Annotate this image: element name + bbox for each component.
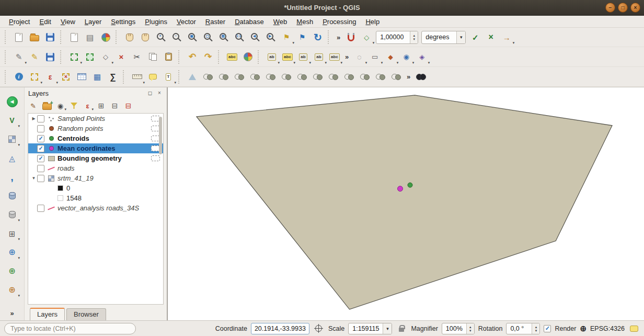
- add-ring-button[interactable]: [326, 69, 341, 85]
- identify-features-button[interactable]: i: [11, 69, 27, 85]
- menu-raster[interactable]: Raster: [201, 17, 230, 27]
- extent-toggle-button[interactable]: [313, 323, 325, 334]
- binoculars-button[interactable]: [413, 69, 429, 85]
- svg-annotation-button[interactable]: ◈▾: [414, 49, 430, 65]
- expand-all-button[interactable]: ⊞: [95, 100, 107, 111]
- zoom-out-button[interactable]: −: [169, 29, 185, 45]
- merge-attributes-button[interactable]: [279, 69, 294, 85]
- change-label-properties-button[interactable]: abc▾: [327, 49, 342, 65]
- callout-tool-button[interactable]: ◌▾: [351, 49, 367, 65]
- layer-row-bounding-geometry[interactable]: ✓Bounding geometry: [28, 153, 163, 163]
- menu-layer[interactable]: Layer: [80, 17, 107, 27]
- layer-visibility-checkbox[interactable]: ✓: [37, 165, 44, 172]
- add-group-button[interactable]: [41, 100, 53, 111]
- redo-button[interactable]: ↷: [200, 49, 216, 65]
- layer-row-srtm-41-19[interactable]: ▼✓srtm_41_19: [28, 173, 163, 183]
- locate-input[interactable]: [4, 323, 136, 334]
- deselect-features-button[interactable]: [58, 69, 74, 85]
- menu-project[interactable]: Project: [4, 17, 34, 27]
- snapping-toggle-button[interactable]: [343, 29, 359, 45]
- tab-browser[interactable]: Browser: [66, 308, 106, 320]
- split-parts-button[interactable]: [263, 69, 279, 85]
- maximize-button[interactable]: □: [618, 3, 628, 13]
- menu-plugins[interactable]: Plugins: [140, 17, 172, 27]
- toolbar-grip[interactable]: [5, 70, 9, 84]
- add-wcs-layer-button[interactable]: ⊕: [4, 263, 20, 279]
- menu-help[interactable]: Help: [361, 17, 384, 27]
- toolbar-grip[interactable]: [178, 50, 182, 64]
- add-wfs-layer-button[interactable]: ⊕▾: [4, 282, 20, 298]
- style-manager-button[interactable]: [98, 29, 113, 45]
- menu-vector[interactable]: Vector: [172, 17, 201, 27]
- layer-indicator-icon[interactable]: [151, 155, 160, 161]
- paste-features-button[interactable]: [160, 49, 176, 65]
- pan-to-selection-button[interactable]: [137, 29, 153, 45]
- add-postgis-layer-button[interactable]: ▾: [4, 207, 20, 222]
- crs-label[interactable]: EPSG:4326: [590, 325, 625, 332]
- text-annotation-button[interactable]: T▾: [160, 69, 176, 85]
- spin-arrows-icon[interactable]: ▴▾: [532, 323, 539, 334]
- pan-map-button[interactable]: [122, 29, 137, 45]
- layer-visibility-checkbox[interactable]: ✓: [37, 155, 44, 162]
- split-features-button[interactable]: [247, 69, 263, 85]
- fill-ring-button[interactable]: [357, 69, 373, 85]
- statistics-panel-button[interactable]: ∑: [105, 69, 121, 85]
- toolbar-overflow-1[interactable]: »: [334, 33, 343, 41]
- add-wms-layer-button[interactable]: ⊕▾: [4, 244, 20, 260]
- save-project-button[interactable]: [42, 29, 58, 45]
- zoom-native-button[interactable]: 1:1: [232, 29, 247, 45]
- check-geometries-button[interactable]: [200, 69, 216, 85]
- add-feature-button[interactable]: [82, 49, 98, 65]
- expander-icon[interactable]: ▼: [30, 176, 37, 181]
- vertex-tool-button[interactable]: ◇▾: [98, 49, 113, 65]
- menu-processing[interactable]: Processing: [318, 17, 361, 27]
- menu-edit[interactable]: Edit: [34, 17, 55, 27]
- open-layer-styling-button[interactable]: ✎: [27, 100, 39, 111]
- layer-visibility-checkbox[interactable]: ✓: [37, 175, 44, 182]
- spin-arrows-icon[interactable]: ▴▾: [410, 31, 418, 43]
- add-delimited-text-layer-button[interactable]: ,: [4, 169, 20, 185]
- rotation-spinbox[interactable]: 0,0 ° ▴▾: [506, 323, 540, 334]
- open-project-button[interactable]: [27, 29, 42, 45]
- menu-database[interactable]: Database: [230, 17, 269, 27]
- layer-tree-scrollbar[interactable]: [159, 117, 162, 154]
- menu-settings[interactable]: Settings: [106, 17, 140, 27]
- toolbar-grip[interactable]: [328, 30, 332, 44]
- topological-editing-button[interactable]: ✓: [467, 29, 483, 45]
- filter-by-expression-button[interactable]: ε▾: [82, 100, 94, 111]
- toolbar-overflow-2[interactable]: »: [342, 53, 351, 61]
- add-spatialite-layer-button[interactable]: [4, 188, 20, 204]
- add-mesh-layer-button[interactable]: ◬: [4, 150, 20, 166]
- new-project-button[interactable]: [11, 29, 27, 45]
- copy-features-button[interactable]: [145, 49, 160, 65]
- field-calculator-button[interactable]: ▦: [89, 69, 105, 85]
- measure-button[interactable]: ▾: [129, 69, 145, 85]
- merge-features-button[interactable]: [232, 69, 247, 85]
- layer-visibility-checkbox[interactable]: ✓: [37, 125, 44, 132]
- messages-button[interactable]: [628, 323, 640, 334]
- toolbar-grip[interactable]: [60, 30, 64, 44]
- expander-icon[interactable]: ▶: [30, 117, 37, 121]
- delete-part-button[interactable]: [388, 69, 404, 85]
- layer-visibility-checkbox[interactable]: ✓: [37, 205, 44, 212]
- layer-labeling-button[interactable]: abc: [224, 49, 240, 65]
- digitize-with-segment-button[interactable]: ▾: [66, 49, 82, 65]
- layer-row-1548[interactable]: 1548: [28, 193, 163, 203]
- refresh-map-button[interactable]: ↻: [310, 29, 326, 45]
- select-by-expression-button[interactable]: ε▾: [42, 69, 58, 85]
- toolbar-overflow-3[interactable]: »: [404, 73, 413, 81]
- toolbar-grip[interactable]: [123, 70, 127, 84]
- layer-labeling-options-button[interactable]: [240, 49, 256, 65]
- filter-legend-button[interactable]: [68, 100, 80, 111]
- layer-row-sampled-points[interactable]: ▶✓Sampled Points: [28, 114, 163, 124]
- layer-row-vector-analysis-roads-34s[interactable]: ✓vector_analysis roads_34S: [28, 203, 163, 213]
- undo-button[interactable]: ↶: [185, 49, 200, 65]
- pin-labels-button[interactable]: ab▾: [264, 49, 280, 65]
- zoom-in-button[interactable]: +: [153, 29, 169, 45]
- render-checkbox[interactable]: ✓: [544, 325, 551, 332]
- zoom-full-button[interactable]: ▣: [185, 29, 200, 45]
- toggle-editing-button[interactable]: ✎: [27, 49, 42, 65]
- menu-web[interactable]: Web: [269, 17, 292, 27]
- menu-mesh[interactable]: Mesh: [292, 17, 318, 27]
- snap-units-combobox[interactable]: degrees▾: [421, 31, 466, 44]
